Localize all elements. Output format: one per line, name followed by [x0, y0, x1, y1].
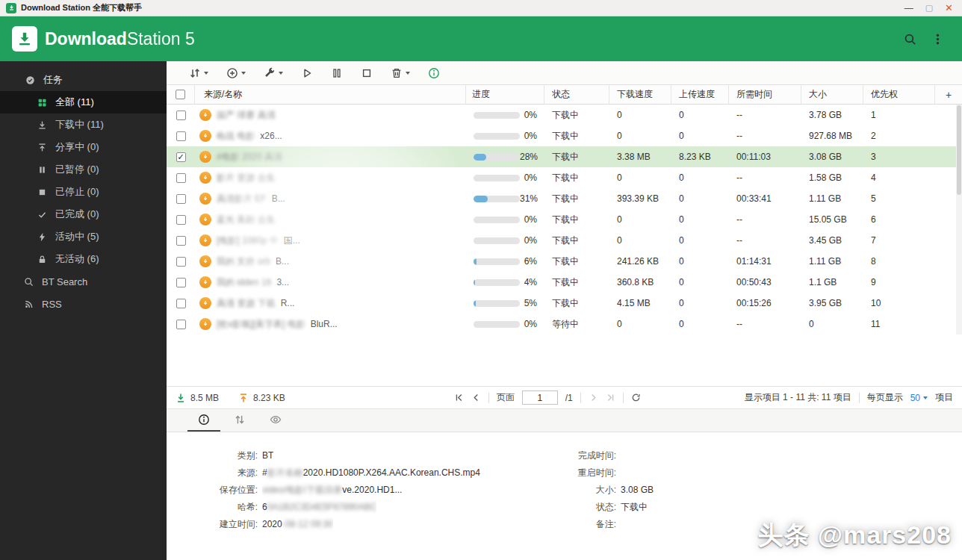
table-row[interactable]: 蓝光 美剧 合集 0% 下载中 0 0 -- 15.05 GB 6 — [167, 209, 962, 230]
table-row[interactable]: 高清影片 EF B... 31% 下载中 393.39 KB 0 00:33:4… — [167, 188, 962, 209]
task-name-blurred: 国产 球赛 高清 — [217, 109, 276, 122]
pauseo-button[interactable] — [331, 67, 343, 79]
app-title-bold: Download — [45, 29, 127, 49]
download-station-logo-icon — [12, 26, 37, 52]
row-checkbox[interactable] — [176, 131, 186, 141]
minimize-button[interactable]: — — [904, 4, 913, 13]
eta-cell: 00:11:03 — [729, 146, 801, 167]
table-scrollbar[interactable] — [956, 105, 962, 335]
sidebar-item-bolt[interactable]: 活动中 (5) — [0, 225, 167, 248]
table-row[interactable]: 影片 资源 合集 0% 下载中 0 0 -- 1.58 GB 4 — [167, 167, 962, 188]
row-checkbox[interactable] — [176, 215, 186, 225]
task-name-blurred: [歌x影视][美字表] 电影 — [217, 318, 305, 331]
sidebar-item-download[interactable]: 下载中 (11) — [0, 113, 167, 136]
size-cell: 3.08 GB — [801, 146, 863, 167]
wrench-button[interactable] — [264, 67, 283, 79]
row-checkbox[interactable] — [176, 173, 186, 183]
column-header-size[interactable]: 大小 — [801, 85, 863, 104]
detail-row: 备注: — [549, 516, 654, 533]
row-checkbox[interactable] — [176, 111, 186, 120]
table-row[interactable]: [歌x影视][美字表] 电影 BluR... 0% 等待中 0 0 -- 0 1… — [167, 314, 962, 335]
bt-task-icon — [199, 193, 211, 205]
row-checkbox[interactable] — [176, 236, 186, 246]
per-page-select[interactable]: 50 — [910, 393, 928, 403]
tab-watch[interactable] — [259, 409, 292, 432]
play-button[interactable] — [301, 67, 313, 79]
bt-task-icon — [199, 151, 211, 163]
trash-button[interactable] — [391, 67, 410, 79]
sidebar-item-label: 无活动 (6) — [55, 252, 99, 266]
add-column-button[interactable]: + — [935, 85, 962, 104]
close-button[interactable]: ✕ — [945, 3, 953, 13]
pagination: 页面 /1 — [454, 391, 641, 405]
sidebar-item-label: 分享中 (0) — [55, 140, 99, 154]
first-page-icon[interactable] — [454, 393, 464, 402]
sidebar-item-rss[interactable]: RSS — [0, 293, 167, 315]
sidebar-item-lock[interactable]: 无活动 (6) — [0, 248, 167, 270]
stopo-button[interactable] — [361, 67, 373, 79]
table-row[interactable]: 枪战 电影 x26... 0% 下载中 0 0 -- 927.68 MB 2 — [167, 125, 962, 146]
page-total: /1 — [565, 393, 573, 403]
row-checkbox[interactable] — [176, 194, 186, 204]
task-name-cell: 我的 idden 16 3... — [195, 272, 466, 293]
check-icon — [37, 210, 49, 220]
info-button[interactable] — [428, 67, 440, 79]
size-cell: 15.05 GB — [801, 209, 863, 230]
progress-cell: 4% — [466, 272, 544, 293]
column-header-download-speed[interactable]: 下载速度 — [609, 85, 671, 104]
row-checkbox[interactable] — [176, 299, 186, 308]
sidebar-item-label: 全部 (11) — [55, 96, 94, 109]
table-row[interactable]: [电影] 1080p 中 国... 0% 下载中 0 0 -- 3.45 GB … — [167, 230, 962, 251]
scrollbar-thumb[interactable] — [957, 105, 961, 195]
info-icon — [198, 414, 210, 426]
column-header-upload-speed[interactable]: 上传速度 — [671, 85, 729, 104]
upload-speed-cell: 0 — [671, 188, 729, 209]
sidebar-item-stop[interactable]: 已停止 (0) — [0, 181, 167, 203]
divider — [623, 393, 624, 403]
last-page-icon[interactable] — [606, 393, 615, 402]
tab-info[interactable] — [187, 409, 220, 432]
row-checkbox[interactable] — [176, 257, 186, 267]
sidebar-item-upload[interactable]: 分享中 (0) — [0, 136, 167, 158]
next-page-icon[interactable] — [589, 393, 598, 402]
row-checkbox[interactable] — [176, 278, 186, 287]
download-speed-cell: 0 — [609, 125, 671, 146]
table-row[interactable]: 我的 idden 16 3... 4% 下载中 360.8 KB 0 00:50… — [167, 272, 962, 293]
table-row[interactable]: 国产 球赛 高清 0% 下载中 0 0 -- 3.78 GB 1 — [167, 105, 962, 125]
per-page-suffix: 项目 — [935, 391, 953, 404]
sidebar-section-tasks: 任务 — [0, 69, 167, 91]
column-header-eta[interactable]: 所需时间 — [729, 85, 801, 104]
column-header-priority[interactable]: 优先权 — [863, 85, 935, 104]
bt-task-icon — [199, 234, 211, 246]
kebab-menu-icon[interactable] — [931, 33, 944, 46]
table-row[interactable]: 高清 资源 下载 R... 5% 下载中 4.15 MB 0 00:15:26 … — [167, 293, 962, 314]
column-header-name[interactable]: 来源/名称 — [195, 85, 466, 104]
tab-transfer[interactable] — [223, 409, 256, 432]
upload-speed-cell: 0 — [671, 293, 729, 314]
detail-label: 来源: — [167, 464, 262, 482]
sidebar-item-label: 下载中 (11) — [55, 118, 104, 131]
maximize-button[interactable]: ▢ — [925, 4, 933, 12]
search-icon[interactable] — [904, 33, 916, 46]
sort-button[interactable] — [189, 67, 208, 79]
refresh-icon[interactable] — [631, 393, 641, 402]
sidebar-item-grid[interactable]: 全部 (11) — [0, 91, 167, 113]
sidebar-item-check[interactable]: 已完成 (0) — [0, 203, 167, 225]
column-header-status[interactable]: 状态 — [544, 85, 609, 104]
page-input[interactable] — [522, 391, 558, 405]
table-row[interactable]: 我的 支持 orb B... 6% 下载中 241.26 KB 0 01:14:… — [167, 251, 962, 272]
size-cell: 0 — [801, 314, 863, 335]
select-all-checkbox[interactable] — [176, 90, 185, 99]
row-checkbox[interactable] — [176, 152, 186, 162]
sidebar-item-search[interactable]: BT Search — [0, 270, 167, 293]
column-header-progress[interactable]: 进度 — [466, 85, 544, 104]
sidebar-item-pause[interactable]: 已暂停 (0) — [0, 158, 167, 181]
progress-bar — [474, 258, 520, 265]
prev-page-icon[interactable] — [471, 393, 481, 402]
row-checkbox[interactable] — [176, 320, 186, 329]
add-button[interactable] — [226, 67, 246, 79]
upload-total-label: 8.23 KB — [253, 393, 285, 403]
table-row[interactable]: #电影 2020 高清 28% 下载中 3.38 MB 8.23 KB 00:1… — [167, 146, 962, 167]
sidebar-item-label: 已完成 (0) — [55, 208, 99, 221]
priority-cell: 5 — [863, 188, 935, 209]
